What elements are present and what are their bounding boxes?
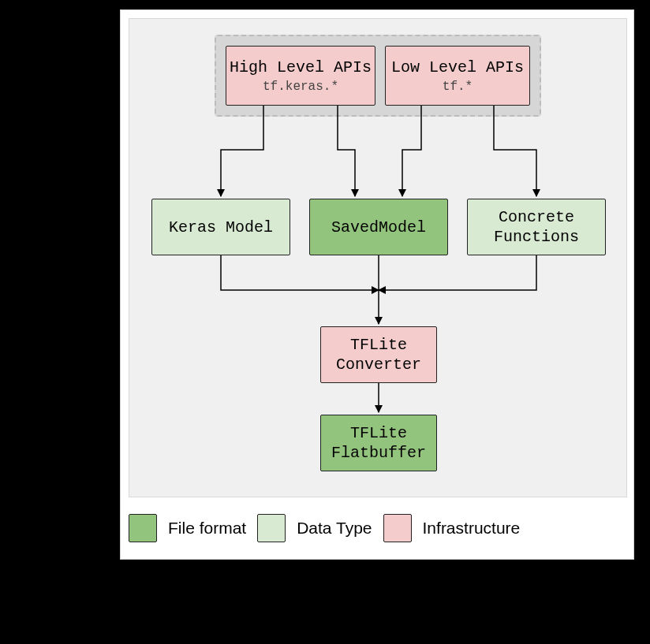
node-saved-model: SavedModel: [309, 199, 448, 255]
node-title: High Level APIs: [230, 58, 372, 77]
diagram-main-area: High Level APIs tf.keras.* Low Level API…: [129, 18, 627, 497]
node-concrete-functions: Concrete Functions: [467, 199, 606, 255]
node-low-level-apis: Low Level APIs tf.*: [385, 46, 530, 106]
node-tflite-converter: TFLite Converter: [320, 326, 437, 383]
node-tflite-flatbuffer: TFLite Flatbuffer: [320, 415, 437, 471]
legend-label-file-format: File format: [168, 519, 246, 538]
node-keras-model: Keras Model: [151, 199, 290, 255]
node-title: Concrete Functions: [494, 207, 579, 247]
legend-swatch-infrastructure: [383, 514, 412, 542]
node-subtitle: tf.keras.*: [263, 79, 338, 95]
node-title: Keras Model: [169, 218, 273, 237]
node-title: TFLite Flatbuffer: [331, 423, 426, 463]
node-title: SavedModel: [331, 218, 426, 237]
node-subtitle: tf.*: [443, 79, 473, 95]
legend-label-data-type: Data Type: [297, 519, 372, 538]
node-high-level-apis: High Level APIs tf.keras.*: [226, 46, 375, 106]
node-title: Low Level APIs: [391, 58, 524, 77]
legend-swatch-data-type: [257, 514, 286, 542]
legend: File format Data Type Infrastructure: [129, 507, 627, 549]
diagram-canvas: High Level APIs tf.keras.* Low Level API…: [120, 9, 634, 560]
legend-label-infrastructure: Infrastructure: [423, 519, 521, 538]
node-title: TFLite Converter: [336, 335, 421, 374]
legend-swatch-file-format: [129, 514, 157, 542]
